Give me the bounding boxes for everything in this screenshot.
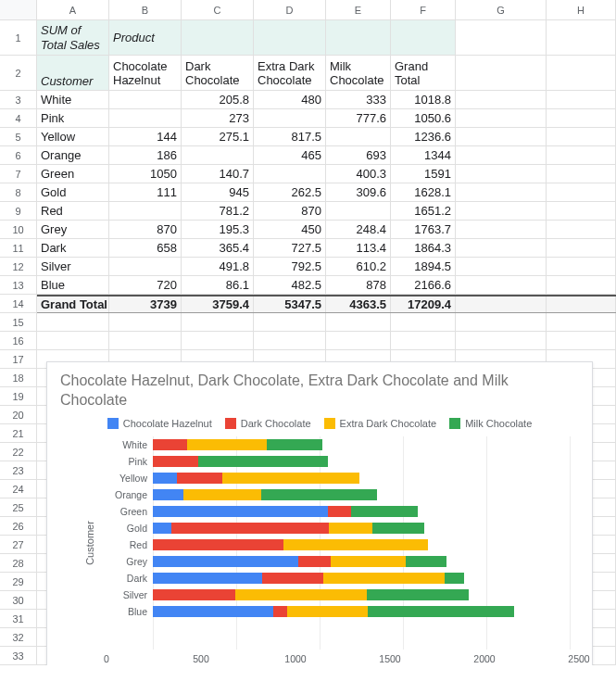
value-cell[interactable]: 86.1 — [182, 276, 254, 294]
value-cell[interactable]: 870 — [109, 221, 182, 238]
customer-cell[interactable]: Yellow — [37, 128, 109, 145]
cell[interactable] — [456, 221, 547, 238]
value-cell[interactable]: 1894.5 — [391, 258, 456, 275]
spreadsheet[interactable]: ABCDEFGH 1234567891011121314151617181920… — [0, 0, 616, 665]
grand-total-value[interactable]: 17209.4 — [391, 297, 456, 312]
cell[interactable] — [182, 313, 254, 331]
value-cell[interactable] — [326, 128, 391, 145]
customer-cell[interactable]: Gold — [37, 183, 109, 201]
value-cell[interactable]: 1628.1 — [391, 183, 456, 201]
chart-container[interactable]: Chocolate Hazelnut, Dark Chocolate, Extr… — [46, 361, 593, 665]
cell[interactable] — [254, 313, 326, 331]
cell[interactable] — [456, 146, 547, 164]
value-cell[interactable]: 480 — [254, 91, 326, 108]
pivot-row-axis-label[interactable]: Customer — [37, 56, 109, 90]
row-header-17[interactable]: 17 — [0, 350, 37, 369]
value-cell[interactable]: 273 — [182, 109, 254, 127]
value-cell[interactable]: 195.3 — [182, 221, 254, 238]
row-header-11[interactable]: 11 — [0, 239, 37, 258]
cell[interactable] — [547, 146, 616, 164]
cell[interactable] — [547, 56, 616, 90]
value-cell[interactable]: 817.5 — [254, 128, 326, 145]
value-cell[interactable]: 1763.7 — [391, 221, 456, 238]
value-cell[interactable]: 111 — [109, 183, 182, 201]
value-cell[interactable]: 1344 — [391, 146, 456, 164]
value-cell[interactable]: 262.5 — [254, 183, 326, 201]
value-cell[interactable] — [109, 91, 182, 108]
cell[interactable] — [391, 20, 456, 55]
row-header-2[interactable]: 2 — [0, 56, 37, 91]
cell[interactable] — [456, 258, 547, 275]
cell[interactable] — [391, 313, 456, 331]
row-header-12[interactable]: 12 — [0, 258, 37, 276]
cell[interactable] — [254, 20, 326, 55]
cell[interactable] — [547, 183, 616, 201]
value-cell[interactable]: 491.8 — [182, 258, 254, 275]
cell[interactable] — [547, 221, 616, 238]
row-header-9[interactable]: 9 — [0, 202, 37, 221]
cell[interactable] — [326, 313, 391, 331]
cell[interactable] — [456, 20, 547, 55]
cell[interactable] — [547, 91, 616, 108]
cell[interactable] — [456, 239, 547, 257]
column-header-H[interactable]: H — [547, 0, 616, 19]
row-header-15[interactable]: 15 — [0, 313, 37, 332]
row-header-10[interactable]: 10 — [0, 221, 37, 239]
cell[interactable] — [547, 128, 616, 145]
row-header-5[interactable]: 5 — [0, 128, 37, 146]
value-cell[interactable] — [109, 109, 182, 127]
cell[interactable] — [456, 56, 547, 90]
cell[interactable] — [182, 20, 254, 55]
customer-cell[interactable]: White — [37, 91, 109, 108]
value-cell[interactable]: 186 — [109, 146, 182, 164]
row-header-19[interactable]: 19 — [0, 387, 37, 406]
value-cell[interactable] — [254, 109, 326, 127]
row-header-33[interactable]: 33 — [0, 647, 37, 665]
value-cell[interactable]: 693 — [326, 146, 391, 164]
value-cell[interactable]: 1236.6 — [391, 128, 456, 145]
cell[interactable] — [456, 332, 547, 349]
cell[interactable] — [456, 165, 547, 183]
value-cell[interactable]: 248.4 — [326, 221, 391, 238]
cell[interactable] — [456, 183, 547, 201]
value-cell[interactable]: 781.2 — [182, 202, 254, 220]
value-cell[interactable] — [254, 165, 326, 183]
pivot-measure-label[interactable]: SUM of Total Sales — [37, 20, 109, 55]
cell[interactable] — [547, 239, 616, 257]
customer-cell[interactable]: Orange — [37, 146, 109, 164]
row-header-6[interactable]: 6 — [0, 146, 37, 165]
row-header-26[interactable]: 26 — [0, 517, 37, 536]
row-header-14[interactable]: 14 — [0, 295, 37, 313]
value-cell[interactable]: 610.2 — [326, 258, 391, 275]
row-header-23[interactable]: 23 — [0, 461, 37, 480]
value-cell[interactable]: 465 — [254, 146, 326, 164]
value-cell[interactable]: 450 — [254, 221, 326, 238]
value-cell[interactable]: 792.5 — [254, 258, 326, 275]
row-header-27[interactable]: 27 — [0, 536, 37, 554]
cell[interactable] — [456, 276, 547, 294]
row-header-25[interactable]: 25 — [0, 498, 37, 517]
column-header-A[interactable]: A — [37, 0, 109, 19]
column-header-F[interactable]: F — [391, 0, 456, 19]
value-cell[interactable]: 365.4 — [182, 239, 254, 257]
grand-total-value[interactable]: 4363.5 — [326, 297, 391, 312]
product-header[interactable]: Dark Chocolate — [182, 56, 254, 90]
product-header[interactable]: Milk Chocolate — [326, 56, 391, 90]
cell[interactable] — [456, 109, 547, 127]
row-header-28[interactable]: 28 — [0, 554, 37, 573]
cell[interactable] — [547, 20, 616, 55]
value-cell[interactable] — [109, 202, 182, 220]
row-header-32[interactable]: 32 — [0, 628, 37, 647]
value-cell[interactable]: 400.3 — [326, 165, 391, 183]
value-cell[interactable]: 205.8 — [182, 91, 254, 108]
row-header-29[interactable]: 29 — [0, 573, 37, 591]
cell[interactable] — [37, 332, 109, 349]
row-header-30[interactable]: 30 — [0, 591, 37, 610]
row-header-20[interactable]: 20 — [0, 406, 37, 424]
cell[interactable] — [182, 332, 254, 349]
cell[interactable] — [547, 165, 616, 183]
cell[interactable] — [547, 258, 616, 275]
value-cell[interactable]: 275.1 — [182, 128, 254, 145]
customer-cell[interactable]: Pink — [37, 109, 109, 127]
customer-cell[interactable]: Silver — [37, 258, 109, 275]
